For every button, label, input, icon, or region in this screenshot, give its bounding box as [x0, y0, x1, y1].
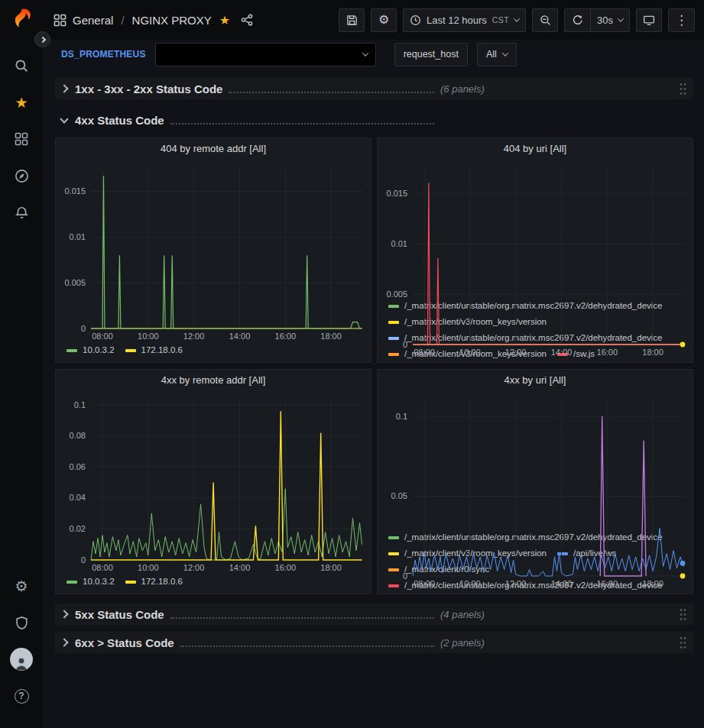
explore-icon[interactable] — [6, 160, 37, 191]
svg-text:10:00: 10:00 — [459, 348, 481, 357]
row-header-4xx[interactable]: 4xx Status Code — [55, 108, 693, 131]
panel-title[interactable]: 404 by remote addr [All] — [56, 138, 371, 160]
zoom-out-button[interactable] — [532, 8, 558, 32]
server-admin-shield-icon[interactable] — [6, 607, 37, 638]
panel-4xx-by-remote-addr: 4xx by remote addr [All] 00.020.040.060.… — [55, 369, 371, 594]
svg-text:18:00: 18:00 — [642, 579, 663, 588]
starred-dashboards-icon[interactable]: ★ — [6, 87, 37, 118]
svg-text:12:00: 12:00 — [505, 348, 527, 357]
panel-404-by-remote-addr: 404 by remote addr [All] 00.0050.010.015… — [55, 138, 371, 363]
svg-text:18:00: 18:00 — [642, 348, 663, 357]
svg-text:08:00: 08:00 — [92, 332, 113, 341]
svg-text:08:00: 08:00 — [92, 563, 113, 572]
search-icon[interactable] — [6, 50, 37, 81]
row-panel-count: (2 panels) — [440, 637, 485, 649]
dotted-leader — [180, 639, 434, 647]
legend-color-marker — [125, 581, 136, 584]
svg-text:16:00: 16:00 — [597, 348, 618, 357]
help-icon[interactable]: ? — [6, 681, 37, 711]
sidebar-expand-button[interactable] — [34, 31, 50, 47]
tv-mode-button[interactable] — [636, 8, 662, 32]
refresh-button[interactable] — [564, 8, 590, 32]
dashboards-icon[interactable] — [6, 124, 37, 154]
time-range-picker[interactable]: Last 12 hours CST — [403, 8, 526, 32]
svg-text:0.005: 0.005 — [386, 290, 407, 299]
svg-text:0.1: 0.1 — [74, 400, 86, 409]
row-header-6xx[interactable]: 6xx > Status Code (2 panels) — [55, 632, 693, 653]
svg-text:0.1: 0.1 — [396, 412, 407, 421]
legend-label: 10.0.3.2 — [83, 574, 115, 589]
legend-color-marker — [67, 349, 77, 352]
top-navbar: General / NGINX PROXY ★ ⚙ Last 12 hours … — [43, 0, 704, 40]
panel-title[interactable]: 4xx by remote addr [All] — [56, 370, 371, 391]
row-header-1xx-3xx-2xx[interactable]: 1xx - 3xx - 2xx Status Code (6 panels) — [55, 78, 693, 99]
save-dashboard-button[interactable] — [339, 8, 365, 32]
chart-canvas[interactable]: 00.0050.010.01508:0010:0012:0014:0016:00… — [56, 160, 371, 342]
panel-title[interactable]: 4xx by uri [All] — [378, 370, 693, 391]
share-icon[interactable] — [241, 14, 253, 26]
panel-title[interactable]: 404 by uri [All] — [378, 138, 693, 160]
svg-text:0.005: 0.005 — [64, 278, 86, 287]
svg-text:14:00: 14:00 — [229, 563, 251, 572]
chart-area[interactable]: 00.0050.010.01508:0010:0012:0014:0016:00… — [56, 160, 371, 342]
dotted-leader — [229, 85, 434, 93]
dashboard-settings-button[interactable]: ⚙ — [371, 8, 397, 32]
variables-toolbar: DS_PROMETHEUS request_host All — [43, 40, 704, 69]
chevron-right-icon — [60, 610, 68, 618]
row-drag-handle[interactable] — [677, 608, 689, 621]
row-drag-handle[interactable] — [677, 636, 689, 649]
request-host-variable-label[interactable]: request_host — [394, 43, 468, 66]
chart-canvas[interactable]: 00.050.108:0010:0012:0014:0016:0018:00 — [378, 391, 693, 590]
legend-label: 172.18.0.6 — [141, 343, 183, 358]
datasource-value-select[interactable] — [155, 43, 376, 66]
left-sidebar: ★ ⚙ ? — [0, 0, 43, 728]
legend-item[interactable]: 10.0.3.2 — [67, 574, 115, 589]
chart-area[interactable]: 00.050.108:0010:0012:0014:0016:0018:00 — [378, 391, 693, 529]
alerting-bell-icon[interactable] — [6, 197, 37, 228]
time-range-label: Last 12 hours — [427, 15, 487, 26]
dashboard-content: 1xx - 3xx - 2xx Status Code (6 panels) 4… — [43, 69, 704, 728]
favorite-star-icon[interactable]: ★ — [219, 13, 230, 28]
chart-canvas[interactable]: 00.0050.010.01508:0010:0012:0014:0016:00… — [378, 160, 693, 358]
panel-4xx-by-uri: 4xx by uri [All] 00.050.108:0010:0012:00… — [377, 369, 693, 594]
datasource-variable-label[interactable]: DS_PROMETHEUS — [61, 49, 146, 60]
chart-area[interactable]: 00.020.040.060.080.108:0010:0012:0014:00… — [56, 391, 371, 574]
chevron-down-icon — [502, 50, 508, 56]
settings-gear-icon[interactable]: ⚙ — [6, 571, 37, 601]
row-header-5xx[interactable]: 5xx Status Code (4 panels) — [55, 603, 693, 625]
legend-item[interactable]: 172.18.0.6 — [125, 574, 183, 589]
breadcrumb-dashboard-title[interactable]: NGINX PROXY — [132, 14, 212, 27]
chevron-down-icon — [362, 50, 368, 56]
svg-text:0.015: 0.015 — [386, 189, 407, 198]
svg-text:08:00: 08:00 — [414, 348, 435, 357]
dashboard-grid-icon — [54, 14, 67, 27]
legend-item[interactable]: 10.0.3.2 — [67, 343, 115, 358]
svg-text:16:00: 16:00 — [597, 579, 618, 588]
variable-label-text: request_host — [404, 49, 459, 60]
row-drag-handle[interactable] — [677, 83, 689, 95]
panel-grid: 404 by remote addr [All] 00.0050.010.015… — [55, 138, 693, 594]
svg-text:0.01: 0.01 — [391, 239, 407, 248]
legend-label: 172.18.0.6 — [141, 574, 183, 589]
row-title[interactable]: 4xx Status Code — [75, 114, 164, 127]
svg-text:0: 0 — [81, 324, 86, 333]
row-title[interactable]: 5xx Status Code — [75, 608, 164, 621]
row-title[interactable]: 1xx - 3xx - 2xx Status Code — [75, 83, 222, 95]
row-title[interactable]: 6xx > Status Code — [75, 636, 174, 649]
chevron-down-icon — [618, 15, 624, 21]
kebab-menu-button[interactable]: ⋮ — [668, 8, 695, 32]
breadcrumb-folder[interactable]: General — [73, 14, 113, 27]
svg-text:14:00: 14:00 — [551, 348, 573, 357]
svg-text:0: 0 — [403, 571, 407, 581]
grafana-logo[interactable] — [8, 8, 34, 34]
user-avatar[interactable] — [6, 644, 37, 675]
svg-text:0: 0 — [81, 555, 86, 565]
svg-text:14:00: 14:00 — [551, 579, 573, 588]
refresh-interval-picker[interactable]: 30s — [590, 8, 630, 32]
legend-item[interactable]: 172.18.0.6 — [125, 343, 183, 358]
chart-canvas[interactable]: 00.020.040.060.080.108:0010:0012:0014:00… — [56, 391, 371, 574]
chart-area[interactable]: 00.0050.010.01508:0010:0012:0014:0016:00… — [378, 160, 693, 298]
panel-legend: 10.0.3.2172.18.0.6 — [56, 342, 371, 362]
legend-label: 10.0.3.2 — [83, 343, 115, 358]
request-host-value-select[interactable]: All — [477, 43, 517, 66]
